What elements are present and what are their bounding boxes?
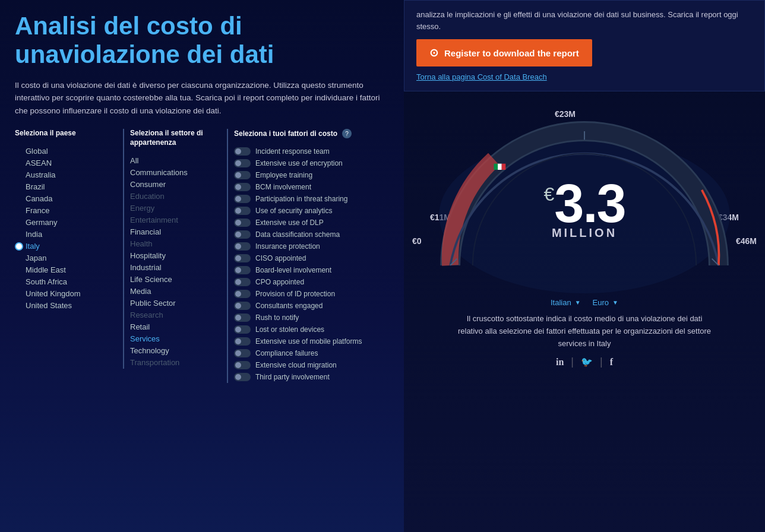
separator-1: | bbox=[571, 356, 574, 368]
factor-toggle[interactable] bbox=[234, 325, 251, 334]
country-list-item[interactable]: Middle East bbox=[15, 264, 116, 276]
sector-list-item[interactable]: Financial bbox=[130, 226, 220, 238]
svg-rect-4 bbox=[494, 164, 498, 170]
factor-label: Provision of ID protection bbox=[255, 290, 335, 298]
factor-toggle[interactable] bbox=[234, 314, 251, 322]
country-list-item[interactable]: Germany bbox=[15, 217, 116, 229]
factor-toggle[interactable] bbox=[234, 302, 251, 310]
factor-item[interactable]: Extensive use of encryption bbox=[234, 157, 404, 169]
factor-item[interactable]: Incident response team bbox=[234, 145, 404, 157]
factor-label: Participation in threat sharing bbox=[255, 195, 347, 203]
linkedin-icon[interactable]: in bbox=[556, 357, 564, 368]
factor-toggle[interactable] bbox=[234, 373, 251, 381]
currency-select[interactable]: Euro ▼ bbox=[593, 298, 618, 307]
factor-toggle[interactable] bbox=[234, 207, 251, 215]
register-button[interactable]: ⊙ Register to download the report bbox=[416, 39, 592, 66]
sector-list-item[interactable]: Research bbox=[130, 309, 220, 321]
twitter-icon[interactable]: 🐦 bbox=[581, 356, 593, 368]
factor-toggle[interactable] bbox=[234, 266, 251, 274]
factors-list: Incident response teamExtensive use of e… bbox=[234, 145, 404, 383]
factor-toggle[interactable] bbox=[234, 349, 251, 357]
factor-item[interactable]: Extensive use of mobile platforms bbox=[234, 335, 404, 347]
factor-item[interactable]: Rush to notify bbox=[234, 312, 404, 324]
factor-item[interactable]: Participation in threat sharing bbox=[234, 193, 404, 205]
title-highlight: violazione dei dati bbox=[59, 40, 274, 68]
sector-list-item[interactable]: All bbox=[130, 155, 220, 167]
promo-bar: analizza le implicazioni e gli effetti d… bbox=[404, 0, 765, 91]
back-link[interactable]: Torna alla pagina Cost of Data Breach bbox=[416, 72, 753, 81]
factor-toggle[interactable] bbox=[234, 195, 251, 203]
factor-item[interactable]: Provision of ID protection bbox=[234, 288, 404, 300]
country-list-item[interactable]: Japan bbox=[15, 252, 116, 264]
country-list-item[interactable]: India bbox=[15, 229, 116, 240]
sector-list-item[interactable]: Services bbox=[130, 333, 220, 345]
factor-item[interactable]: Board-level involvement bbox=[234, 264, 404, 276]
factor-label: BCM involvement bbox=[255, 183, 311, 191]
factor-item[interactable]: Consultants engaged bbox=[234, 300, 404, 312]
factor-item[interactable]: Third party involvement bbox=[234, 371, 404, 383]
sector-list-item[interactable]: Transportation bbox=[130, 357, 220, 369]
sector-list-item[interactable]: Hospitality bbox=[130, 250, 220, 262]
factor-item[interactable]: Lost or stolen devices bbox=[234, 324, 404, 335]
sector-list-item[interactable]: Entertainment bbox=[130, 214, 220, 226]
factor-toggle[interactable] bbox=[234, 159, 251, 167]
title-section: Analisi del costo di unaviolazione dei d… bbox=[15, 12, 389, 69]
currency-row: Italian ▼ Euro ▼ bbox=[551, 298, 618, 307]
country-list-item[interactable]: Australia bbox=[15, 169, 116, 181]
factor-toggle[interactable] bbox=[234, 242, 251, 251]
country-list-item[interactable]: United States bbox=[15, 300, 116, 312]
factor-toggle[interactable] bbox=[234, 171, 251, 179]
facebook-icon[interactable]: f bbox=[610, 357, 613, 368]
country-list-item[interactable]: Global bbox=[15, 145, 116, 157]
sector-list-item[interactable]: Health bbox=[130, 238, 220, 250]
factor-toggle[interactable] bbox=[234, 290, 251, 298]
factor-item[interactable]: Insurance protection bbox=[234, 240, 404, 252]
country-list-item[interactable]: Canada bbox=[15, 193, 116, 205]
gauge-currency-symbol: € bbox=[544, 185, 555, 204]
factor-item[interactable]: Employee training bbox=[234, 169, 404, 181]
country-list-item[interactable]: South Africa bbox=[15, 276, 116, 288]
country-list-item[interactable]: Brazil bbox=[15, 181, 116, 193]
country-list-item[interactable]: France bbox=[15, 205, 116, 217]
sector-list-item[interactable]: Technology bbox=[130, 345, 220, 357]
factor-item[interactable]: Extensive use of DLP bbox=[234, 217, 404, 229]
register-button-label: Register to download the report bbox=[444, 48, 579, 58]
sector-list-item[interactable]: Energy bbox=[130, 202, 220, 214]
sector-list-item[interactable]: Life Science bbox=[130, 274, 220, 286]
factor-item[interactable]: Compliance failures bbox=[234, 347, 404, 359]
factor-toggle[interactable] bbox=[234, 230, 251, 239]
country-list-item[interactable]: ASEAN bbox=[15, 157, 116, 169]
sector-list-item[interactable]: Retail bbox=[130, 321, 220, 333]
factor-item[interactable]: CISO appointed bbox=[234, 252, 404, 264]
factor-toggle[interactable] bbox=[234, 254, 251, 262]
factor-toggle[interactable] bbox=[234, 183, 251, 191]
sector-list-item[interactable]: Industrial bbox=[130, 262, 220, 274]
sector-list-item[interactable]: Public Sector bbox=[130, 297, 220, 309]
factors-selector-label: Seleziona i tuoi fattori di costo bbox=[234, 129, 337, 139]
arrow-icon: ⊙ bbox=[429, 46, 438, 59]
sector-list-item[interactable]: Communications bbox=[130, 167, 220, 179]
sector-list-item[interactable]: Media bbox=[130, 286, 220, 297]
factor-toggle[interactable] bbox=[234, 361, 251, 369]
sector-list-item[interactable]: Education bbox=[130, 191, 220, 202]
factor-item[interactable]: Data classification schema bbox=[234, 229, 404, 240]
factor-label: Insurance protection bbox=[255, 242, 320, 251]
country-list-item[interactable]: Italy bbox=[15, 240, 116, 252]
factor-item[interactable]: Use of security analytics bbox=[234, 205, 404, 217]
factor-label: Data classification schema bbox=[255, 230, 340, 239]
factor-item[interactable]: CPO appointed bbox=[234, 276, 404, 288]
factor-toggle[interactable] bbox=[234, 147, 251, 156]
factor-label: CPO appointed bbox=[255, 278, 304, 286]
factor-toggle[interactable] bbox=[234, 337, 251, 346]
sector-list-item[interactable]: Consumer bbox=[130, 179, 220, 191]
factor-toggle[interactable] bbox=[234, 218, 251, 227]
selectors-row: Seleziona il paese GlobalASEANAustraliaB… bbox=[15, 129, 389, 383]
factor-toggle[interactable] bbox=[234, 278, 251, 286]
help-icon[interactable]: ? bbox=[342, 129, 352, 138]
language-select[interactable]: Italian ▼ bbox=[551, 298, 581, 307]
factor-item[interactable]: Extensive cloud migration bbox=[234, 359, 404, 371]
factor-label: CISO appointed bbox=[255, 254, 306, 262]
factor-item[interactable]: BCM involvement bbox=[234, 181, 404, 193]
right-panel: analizza le implicazioni e gli effetti d… bbox=[404, 0, 765, 532]
country-list-item[interactable]: United Kingdom bbox=[15, 288, 116, 300]
